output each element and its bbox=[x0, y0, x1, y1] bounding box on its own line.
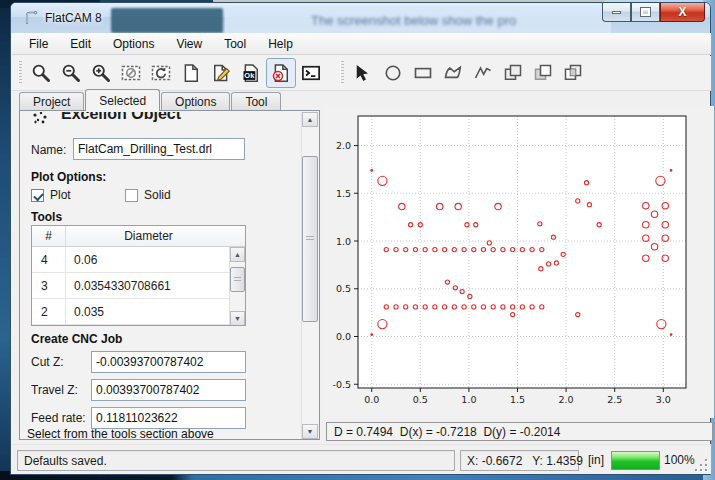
solid-checkbox[interactable] bbox=[125, 189, 138, 202]
tool-diameter-cell[interactable]: 0.06 bbox=[66, 247, 231, 272]
svg-text:Ok: Ok bbox=[244, 71, 255, 80]
close-button[interactable]: X bbox=[660, 3, 705, 22]
menu-item[interactable]: Edit bbox=[59, 34, 102, 54]
toolbar-grip[interactable] bbox=[340, 61, 344, 85]
toolbar: Ok bbox=[12, 56, 711, 91]
menu-item[interactable]: File bbox=[18, 34, 59, 54]
menu-item[interactable]: Help bbox=[257, 34, 304, 54]
zoom-in-icon bbox=[91, 63, 111, 83]
table-row[interactable]: 3 0.0354330708661 bbox=[32, 273, 245, 299]
y-tick-label: 1.5 bbox=[336, 188, 351, 199]
zoom-fit-icon bbox=[31, 63, 51, 83]
window-titlebar[interactable]: The screenshot below show the pro FlatCA… bbox=[11, 3, 710, 33]
ok-file-button[interactable]: Ok bbox=[236, 58, 266, 88]
draw-polyline-button[interactable] bbox=[468, 58, 498, 88]
solid-checkbox-row: Solid bbox=[125, 188, 171, 202]
tools-label: Tools bbox=[31, 210, 62, 224]
tab[interactable]: Project bbox=[19, 92, 84, 111]
scroll-down-button[interactable]: ▼ bbox=[230, 311, 245, 326]
maximize-icon bbox=[641, 8, 650, 16]
tool-diameter-cell[interactable]: 0.0354330708661 bbox=[66, 273, 231, 298]
union-icon bbox=[503, 63, 523, 83]
shell-button[interactable] bbox=[296, 58, 326, 88]
tools-table-scrollbar[interactable]: ▲ ▼ bbox=[229, 247, 245, 326]
cnc-heading: Create CNC Job bbox=[31, 332, 122, 346]
scroll-up-button[interactable]: ▲ bbox=[230, 247, 245, 262]
replot-button[interactable] bbox=[146, 58, 176, 88]
scrollbar-thumb[interactable] bbox=[230, 267, 245, 292]
tool-number-cell[interactable]: 3 bbox=[32, 273, 66, 298]
coordinate-readout: X: -0.6672 Y: 1.4359 bbox=[460, 450, 579, 471]
draw-circle-button[interactable] bbox=[378, 58, 408, 88]
window-title: FlatCAM 8 bbox=[45, 11, 102, 25]
menu-item[interactable]: Tool bbox=[213, 34, 257, 54]
plot-checkbox[interactable] bbox=[31, 189, 44, 202]
x-tick-label: 1.5 bbox=[510, 394, 525, 405]
x-tick-label: 2.5 bbox=[607, 394, 622, 405]
units-label: [in] bbox=[588, 453, 604, 467]
tab[interactable]: Options bbox=[161, 92, 230, 111]
x-tick-label: 3.0 bbox=[656, 394, 671, 405]
table-row[interactable]: 2 0.035 bbox=[32, 299, 245, 325]
tab[interactable]: Tool bbox=[231, 92, 281, 111]
panel-scrollbar[interactable]: ▲ ▼ bbox=[301, 112, 318, 439]
union-button[interactable] bbox=[498, 58, 528, 88]
subtract-button[interactable] bbox=[528, 58, 558, 88]
x-tick-label: 1.0 bbox=[461, 394, 476, 405]
plot-canvas[interactable]: 0.00.51.01.52.02.53.0-0.50.00.51.01.52.0 bbox=[324, 106, 714, 418]
tool-number-cell[interactable]: 2 bbox=[32, 299, 66, 324]
cnc-field-input[interactable] bbox=[91, 379, 246, 401]
y-tick-label: -0.5 bbox=[332, 379, 351, 390]
delete-file-icon bbox=[271, 63, 291, 83]
pointer-button[interactable] bbox=[348, 58, 378, 88]
intersect-button[interactable] bbox=[558, 58, 588, 88]
zoom-out-icon bbox=[61, 63, 81, 83]
x-tick-label: 2.0 bbox=[559, 394, 574, 405]
scroll-down-button[interactable]: ▼ bbox=[302, 424, 318, 439]
draw-polygon-button[interactable] bbox=[438, 58, 468, 88]
new-file-button[interactable] bbox=[176, 58, 206, 88]
pointer-icon bbox=[353, 63, 373, 83]
zoom-in-button[interactable] bbox=[86, 58, 116, 88]
maximize-button[interactable] bbox=[631, 3, 660, 22]
zoom-out-button[interactable] bbox=[56, 58, 86, 88]
draw-polyline-icon bbox=[473, 63, 493, 83]
tools-note: Select from the tools section above bbox=[27, 427, 214, 439]
name-input[interactable] bbox=[73, 138, 245, 160]
x-tick-label: 0.0 bbox=[364, 394, 379, 405]
column-header-diameter[interactable]: Diameter bbox=[66, 226, 231, 246]
drill-marker bbox=[670, 334, 672, 336]
table-row[interactable]: 4 0.06 bbox=[32, 247, 245, 273]
cnc-field-input[interactable] bbox=[91, 351, 246, 373]
tools-table-header: # Diameter bbox=[32, 226, 245, 247]
column-header-number[interactable]: # bbox=[32, 226, 66, 246]
edit-file-button[interactable] bbox=[206, 58, 236, 88]
tool-number-cell[interactable]: 4 bbox=[32, 247, 66, 272]
y-tick-label: 2.0 bbox=[336, 140, 351, 151]
plot-options-label: Plot Options: bbox=[31, 170, 106, 184]
delete-file-button[interactable] bbox=[266, 58, 296, 88]
plot-checkbox-label: Plot bbox=[50, 188, 71, 202]
clear-plot-button[interactable] bbox=[116, 58, 146, 88]
cnc-field-label: Travel Z: bbox=[31, 383, 78, 397]
cnc-field-label: Feed rate: bbox=[31, 411, 86, 425]
resize-grip[interactable] bbox=[695, 459, 707, 471]
menubar: FileEditOptionsViewToolHelp bbox=[12, 33, 711, 55]
excellon-object-icon bbox=[31, 112, 49, 127]
status-bar: Defaults saved. X: -0.6672 Y: 1.4359 [in… bbox=[12, 444, 711, 474]
toolbar-grip[interactable] bbox=[18, 61, 22, 85]
minimize-button[interactable] bbox=[602, 3, 631, 22]
tab[interactable]: Selected bbox=[85, 89, 160, 111]
scroll-up-button[interactable]: ▲ bbox=[302, 112, 318, 127]
draw-rectangle-button[interactable] bbox=[408, 58, 438, 88]
tool-diameter-cell[interactable]: 0.035 bbox=[66, 299, 231, 324]
cnc-field-input[interactable] bbox=[91, 407, 246, 429]
menu-item[interactable]: View bbox=[165, 34, 213, 54]
cnc-field-label: Cut Z: bbox=[31, 355, 64, 369]
x-tick-label: 0.5 bbox=[413, 394, 428, 405]
edit-file-icon bbox=[211, 63, 231, 83]
scrollbar-thumb[interactable] bbox=[302, 156, 318, 322]
menu-item[interactable]: Options bbox=[102, 34, 165, 54]
zoom-fit-button[interactable] bbox=[26, 58, 56, 88]
replot-icon bbox=[151, 63, 171, 83]
